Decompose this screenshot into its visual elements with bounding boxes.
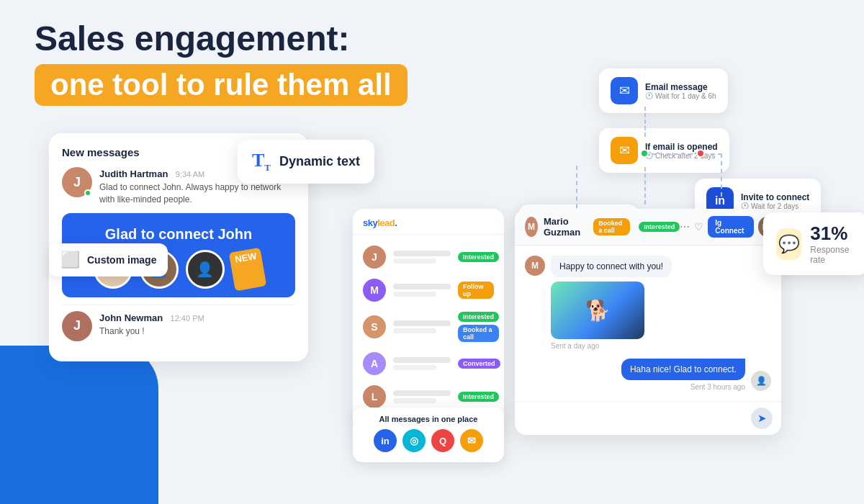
chat-connect-button[interactable]: Ig Connect — [708, 216, 754, 238]
custom-image-card: ⬜ Custom image — [49, 243, 168, 276]
avatar-judith: J — [62, 167, 92, 197]
chat-avatar: M — [525, 217, 538, 237]
contact-avatar: J — [363, 246, 386, 269]
skylead-header: skylead. — [353, 209, 504, 235]
flow-connector-branch — [644, 153, 722, 155]
send-icon: ➤ — [757, 412, 767, 425]
message-divider — [62, 305, 295, 305]
list-item: S Interested Booked a call — [353, 307, 504, 347]
hero-title-line2: one tool to rule them all — [35, 64, 408, 106]
contact-tag2: Booked a call — [458, 325, 499, 342]
bubble-icon: 💬 — [776, 228, 801, 260]
chat-card: M Mario Guzman Booked a call Interested … — [515, 209, 781, 435]
chat-user-info: M Mario Guzman Booked a call Interested — [525, 216, 680, 238]
hero-section: Sales engagement: one tool to rule them … — [35, 20, 408, 106]
sender-name-judith: Judith Hartman — [99, 168, 168, 179]
flow-node-1-title: Email message — [645, 82, 716, 92]
chat-action-dots[interactable]: ⋯ — [680, 221, 690, 233]
chat-tag-interested: Interested — [639, 222, 680, 232]
contact-tag: Interested — [458, 392, 499, 402]
chat-sender-avatar: M — [525, 256, 545, 276]
tt-icon: TT — [252, 150, 271, 174]
web-icon[interactable]: ◎ — [402, 429, 426, 452]
linkedin-icon[interactable]: in — [374, 429, 397, 452]
chat-user-name: Mario Guzman — [544, 216, 585, 238]
contact-name-bar — [393, 390, 451, 396]
chat-tag-booked: Booked a call — [593, 218, 630, 235]
contact-avatar: S — [363, 315, 386, 338]
chat-bubble-left: Happy to connect with you! — [551, 256, 672, 277]
all-messages-label: All messages in one place — [366, 415, 491, 423]
clock-icon-1: 🕐 — [645, 92, 653, 99]
chat-image-attachment: 🐕 — [551, 282, 644, 339]
send-button[interactable]: ➤ — [751, 408, 773, 429]
list-item: M Follow up — [353, 274, 504, 307]
chat-bubble-container: Happy to connect with you! 🐕 Sent a day … — [551, 256, 672, 350]
response-rate-label: Response rate — [810, 245, 855, 265]
contact-avatar: M — [363, 279, 386, 302]
social-icons-row: in ◎ Q ✉ — [366, 429, 491, 452]
list-item: J Interested — [353, 240, 504, 274]
blue-card-text: Glad to connect John — [72, 226, 285, 243]
email-icon-1: ✉ — [611, 77, 638, 104]
message-row-john: J John Newman 12:40 PM Thank you ! — [62, 311, 295, 341]
dynamic-text-label: Dynamic text — [279, 154, 360, 169]
contact-name-bar — [393, 357, 451, 363]
contact-detail-bar — [393, 398, 436, 403]
contact-detail-bar — [393, 328, 436, 333]
flow-node-email-opened: ✉ If email is opened 🕐 Check after 2 day… — [599, 128, 729, 173]
sender-name-john: John Newman — [99, 312, 163, 323]
contact-tag: Follow up — [458, 282, 494, 299]
new-badge: NEW — [228, 247, 266, 291]
contact-detail-bar — [393, 292, 436, 297]
all-messages-bar: All messages in one place in ◎ Q ✉ — [353, 408, 504, 462]
contact-info — [393, 251, 451, 264]
skylead-logo: skylead. — [363, 217, 397, 228]
bg-shape — [0, 346, 158, 504]
contact-info — [393, 390, 451, 403]
message-time-john: 12:40 PM — [171, 314, 204, 323]
chat-bubble-right: Haha nice! Glad to connect. — [621, 359, 745, 380]
chat-action-heart[interactable]: ♡ — [694, 221, 703, 233]
contact-info — [393, 284, 451, 297]
dynamic-text-card: TT Dynamic text — [238, 140, 374, 184]
contact-name-bar — [393, 320, 451, 326]
sent-time-1: Sent a day ago — [551, 342, 672, 350]
hero-title-line1: Sales engagement: — [35, 20, 408, 58]
image-icon: ⬜ — [60, 251, 80, 269]
flow-dot-green — [640, 149, 649, 158]
email-icon-2: ✉ — [611, 137, 638, 164]
contact-detail-bar — [393, 258, 436, 264]
message-text-john: Thank you ! — [99, 325, 295, 338]
custom-image-label: Custom image — [87, 254, 156, 266]
response-rate-percent: 31% — [810, 222, 855, 245]
chat-message-right: Haha nice! Glad to connect. Sent 3 hours… — [525, 359, 771, 391]
contact-avatar: L — [363, 385, 386, 408]
response-rate-card: 💬 31% Response rate — [763, 212, 864, 275]
contact-tag: Interested — [458, 252, 499, 262]
contact-detail-bar — [393, 365, 436, 370]
chat-message-left: M Happy to connect with you! 🐕 Sent a da… — [525, 256, 771, 350]
contact-info — [393, 357, 451, 370]
flow-dot-red — [696, 149, 705, 158]
contact-avatar: A — [363, 352, 386, 375]
flow-node-1-sub: 🕐 Wait for 1 day & 6h — [645, 92, 716, 100]
quora-icon[interactable]: Q — [431, 429, 454, 452]
sent-time-2: Sent 3 hours ago — [621, 383, 745, 391]
contact-tag: Converted — [458, 359, 500, 369]
chat-body: M Happy to connect with you! 🐕 Sent a da… — [515, 246, 781, 401]
contact-list: J Interested M Follow up S Interest — [353, 235, 504, 413]
contact-tag: Interested — [458, 312, 499, 322]
message-info-john: John Newman 12:40 PM Thank you ! — [99, 311, 295, 338]
message-time-judith: 9:34 AM — [176, 170, 204, 179]
avatar-john: J — [62, 311, 92, 341]
skylead-card: skylead. J Interested M Follow up S — [353, 209, 504, 425]
flow-connector-v2 — [644, 167, 646, 204]
contact-info — [393, 320, 451, 333]
flow-connector-v3 — [721, 153, 722, 197]
chat-receiver-avatar: 👤 — [751, 371, 771, 391]
email-icon[interactable]: ✉ — [460, 429, 483, 452]
chat-bubble-right-container: Haha nice! Glad to connect. Sent 3 hours… — [621, 359, 745, 391]
flow-node-email1: ✉ Email message 🕐 Wait for 1 day & 6h — [599, 68, 728, 113]
flow-node-2-title: If email is opened — [645, 142, 718, 152]
